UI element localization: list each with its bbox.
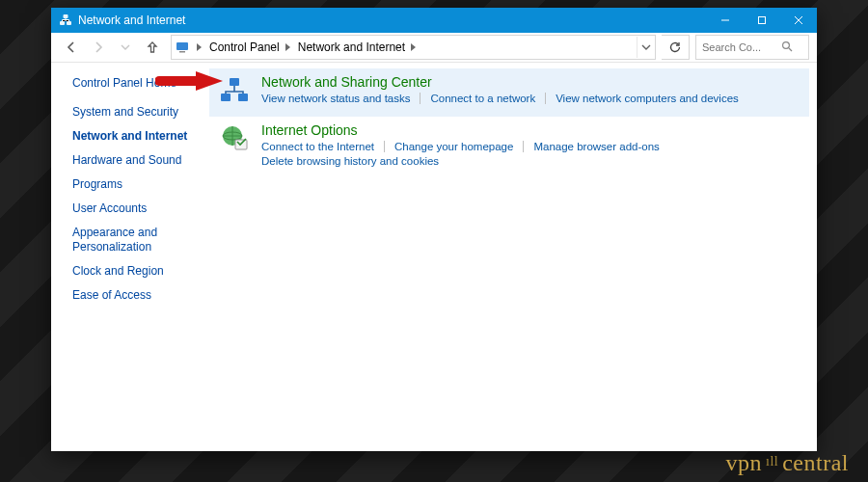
section-title[interactable]: Internet Options bbox=[261, 122, 801, 138]
breadcrumb-item[interactable]: Control Panel bbox=[205, 37, 294, 58]
watermark: vpn ıll central bbox=[726, 450, 849, 476]
forward-button[interactable] bbox=[86, 35, 111, 60]
title-bar: Network and Internet bbox=[51, 8, 817, 33]
address-bar[interactable]: Control Panel Network and Internet bbox=[171, 35, 656, 60]
sidebar-item-ease-of-access[interactable]: Ease of Access bbox=[72, 288, 209, 303]
task-link[interactable]: Connect to the Internet bbox=[261, 141, 384, 152]
address-dropdown-button[interactable] bbox=[637, 37, 655, 58]
sidebar-item-network-internet[interactable]: Network and Internet bbox=[72, 129, 209, 144]
sidebar-item-user-accounts[interactable]: User Accounts bbox=[72, 201, 209, 216]
sidebar-item-programs[interactable]: Programs bbox=[72, 177, 209, 192]
svg-line-10 bbox=[789, 48, 792, 51]
recent-locations-button[interactable] bbox=[113, 35, 138, 60]
sidebar-item-hardware-sound[interactable]: Hardware and Sound bbox=[72, 153, 209, 168]
section-internet-options[interactable]: Internet Options Connect to the Internet… bbox=[209, 117, 809, 174]
svg-rect-4 bbox=[759, 17, 766, 24]
svg-rect-1 bbox=[67, 21, 71, 25]
search-box[interactable] bbox=[695, 35, 809, 60]
svg-rect-13 bbox=[230, 78, 239, 86]
breadcrumb-item[interactable]: Network and Internet bbox=[294, 37, 420, 58]
control-panel-icon bbox=[172, 37, 193, 58]
sidebar-item-system-security[interactable]: System and Security bbox=[72, 105, 209, 120]
svg-rect-8 bbox=[179, 51, 185, 53]
close-button[interactable] bbox=[780, 8, 817, 33]
svg-rect-7 bbox=[176, 42, 188, 50]
navigation-bar: Control Panel Network and Internet bbox=[51, 33, 817, 63]
signal-icon: ıll bbox=[766, 454, 778, 469]
up-button[interactable] bbox=[140, 35, 165, 60]
network-icon bbox=[59, 13, 72, 27]
task-link[interactable]: Manage browser add-ons bbox=[523, 141, 668, 152]
svg-rect-2 bbox=[64, 14, 68, 18]
sidebar-item-appearance[interactable]: Appearance and Personalization bbox=[72, 226, 188, 254]
control-panel-window: Network and Internet bbox=[51, 8, 817, 451]
task-link[interactable]: Connect to a network bbox=[420, 93, 545, 104]
chevron-right-icon bbox=[285, 40, 290, 54]
back-button[interactable] bbox=[59, 35, 84, 60]
svg-rect-11 bbox=[221, 94, 231, 101]
search-icon bbox=[781, 40, 793, 55]
network-sharing-icon bbox=[217, 74, 252, 109]
task-link[interactable]: View network computers and devices bbox=[545, 93, 748, 104]
task-link[interactable]: View network status and tasks bbox=[261, 93, 420, 104]
window-title: Network and Internet bbox=[78, 13, 185, 27]
chevron-right-icon bbox=[411, 40, 416, 54]
refresh-button[interactable] bbox=[662, 35, 690, 60]
task-link[interactable]: Change your homepage bbox=[384, 141, 523, 152]
section-network-sharing-center[interactable]: Network and Sharing Center View network … bbox=[209, 68, 809, 117]
chevron-right-icon bbox=[197, 40, 202, 54]
svg-rect-12 bbox=[238, 94, 248, 101]
content-area: Network and Sharing Center View network … bbox=[209, 63, 817, 452]
control-panel-home-link[interactable]: Control Panel Home bbox=[72, 76, 209, 90]
minimize-button[interactable] bbox=[707, 8, 744, 33]
sidebar-item-clock-region[interactable]: Clock and Region bbox=[72, 264, 209, 279]
section-title[interactable]: Network and Sharing Center bbox=[261, 74, 801, 90]
breadcrumb-root[interactable] bbox=[193, 37, 205, 58]
sidebar: Control Panel Home System and Security N… bbox=[51, 63, 209, 452]
search-input[interactable] bbox=[700, 40, 777, 54]
task-link[interactable]: Delete browsing history and cookies bbox=[261, 155, 448, 167]
internet-options-icon bbox=[217, 122, 252, 157]
svg-rect-0 bbox=[60, 21, 65, 25]
maximize-button[interactable] bbox=[744, 8, 780, 33]
svg-point-9 bbox=[783, 41, 790, 48]
